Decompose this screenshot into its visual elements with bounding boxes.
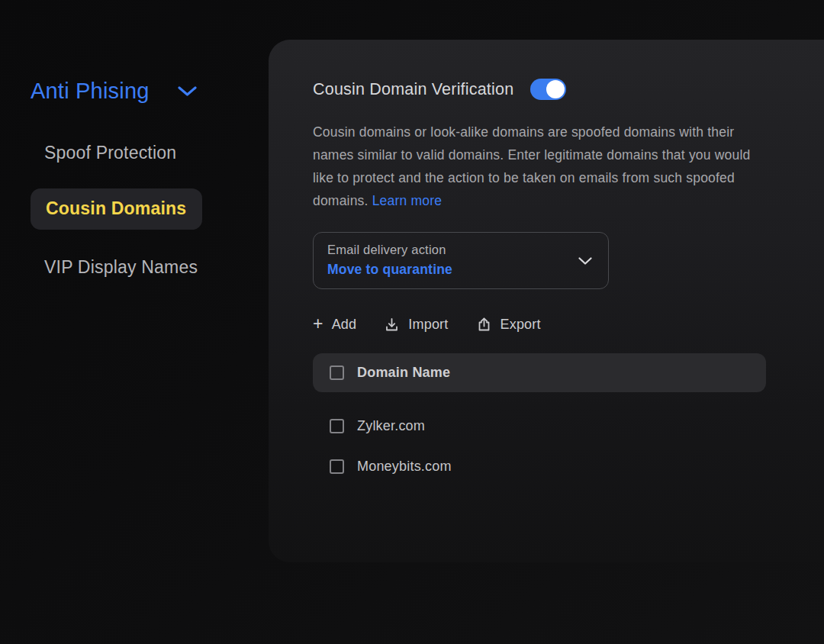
domain-cell: Zylker.com: [357, 418, 425, 434]
table-row: Zylker.com: [313, 406, 766, 446]
sidebar-nav: Spoof Protection Cousin Domains VIP Disp…: [31, 143, 259, 278]
panel-title-row: Cousin Domain Verification: [313, 79, 824, 100]
sidebar-section-label: Anti Phising: [31, 79, 150, 104]
sidebar: Anti Phising Spoof Protection Cousin Dom…: [31, 79, 259, 278]
import-button-label: Import: [408, 317, 448, 333]
row-checkbox[interactable]: [330, 419, 344, 433]
chevron-down-icon: [177, 85, 198, 98]
cousin-domain-verification-toggle[interactable]: [530, 79, 566, 100]
toggle-knob: [546, 80, 565, 98]
add-button[interactable]: + Add: [313, 316, 356, 333]
sidebar-section-anti-phishing[interactable]: Anti Phising: [31, 79, 259, 104]
export-icon: [476, 317, 492, 333]
table-row: Moneybits.com: [313, 446, 766, 487]
export-button[interactable]: Export: [476, 317, 541, 333]
domain-cell: Moneybits.com: [357, 459, 452, 475]
table-header-row: Domain Name: [313, 353, 766, 392]
table-actions: + Add Import Export: [313, 316, 824, 333]
export-button-label: Export: [501, 317, 541, 333]
sidebar-item-cousin-domains[interactable]: Cousin Domains: [31, 188, 202, 230]
add-button-label: Add: [332, 317, 357, 333]
sidebar-item-spoof-protection[interactable]: Spoof Protection: [44, 143, 259, 163]
email-delivery-action-select[interactable]: Email delivery action Move to quarantine: [313, 232, 609, 289]
description-text: Cousin domains or look-alike domains are…: [313, 121, 774, 212]
sidebar-item-vip-display-names[interactable]: VIP Display Names: [44, 257, 259, 278]
dropdown-selected-value: Move to quarantine: [327, 262, 593, 278]
dropdown-label: Email delivery action: [327, 243, 593, 257]
sidebar-item-label: Cousin Domains: [46, 198, 186, 218]
column-header-domain-name: Domain Name: [357, 365, 450, 381]
panel-title: Cousin Domain Verification: [313, 80, 513, 99]
cousin-domains-panel: Cousin Domain Verification Cousin domain…: [269, 40, 824, 562]
chevron-down-icon: [578, 256, 593, 266]
learn-more-link[interactable]: Learn more: [372, 193, 443, 208]
plus-icon: +: [313, 315, 323, 333]
row-checkbox[interactable]: [330, 459, 344, 474]
import-icon: [384, 317, 400, 333]
import-button[interactable]: Import: [384, 317, 448, 333]
select-all-checkbox[interactable]: [330, 365, 344, 380]
